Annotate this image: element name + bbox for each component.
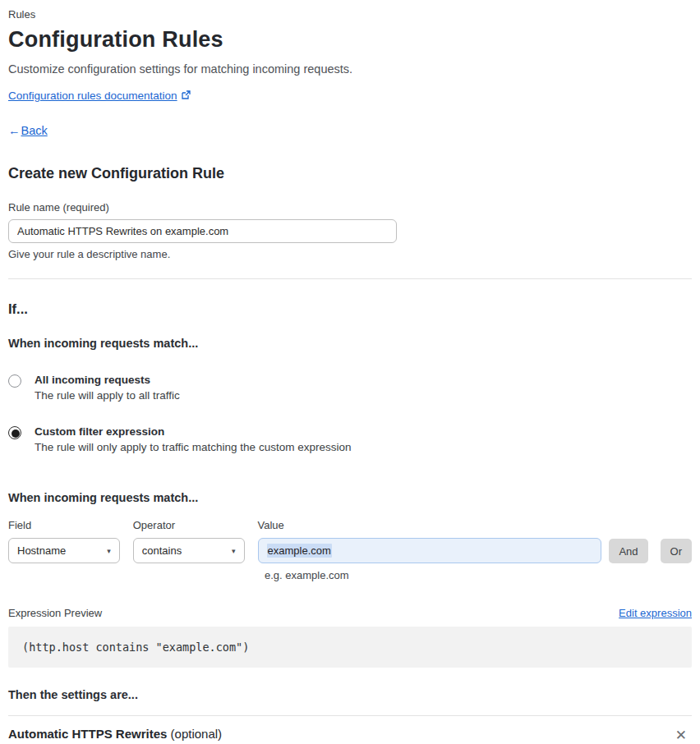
- when-match-heading-2: When incoming requests match...: [8, 491, 692, 504]
- page-subtitle: Customize configuration settings for mat…: [8, 62, 692, 76]
- radio-button-icon[interactable]: [8, 374, 21, 388]
- when-match-heading: When incoming requests match...: [8, 337, 692, 350]
- or-button[interactable]: Or: [661, 539, 692, 563]
- external-link-icon: [181, 89, 191, 103]
- field-label: Field: [8, 519, 120, 531]
- edit-expression-link[interactable]: Edit expression: [619, 607, 692, 619]
- documentation-link[interactable]: Configuration rules documentation: [8, 90, 177, 102]
- chevron-down-icon: ▾: [232, 547, 236, 555]
- rule-name-input[interactable]: [8, 219, 397, 243]
- radio-custom-filter-expression[interactable]: Custom filter expression The rule will o…: [8, 425, 692, 453]
- radio-option-label: Custom filter expression: [35, 425, 351, 438]
- expression-preview-label: Expression Preview: [8, 607, 102, 619]
- rule-name-label: Rule name (required): [8, 201, 692, 214]
- radio-button-icon[interactable]: [8, 426, 21, 439]
- radio-option-description: The rule will apply to all traffic: [35, 389, 180, 402]
- and-button[interactable]: And: [609, 539, 647, 563]
- match-type-radio-group: All incoming requests The rule will appl…: [8, 374, 692, 453]
- operator-select-value: contains: [142, 544, 182, 557]
- back-link[interactable]: Back: [21, 124, 48, 137]
- chevron-down-icon: ▾: [107, 547, 111, 555]
- value-input[interactable]: example.com: [258, 538, 602, 563]
- rule-name-helper: Give your rule a descriptive name.: [8, 248, 692, 260]
- expression-builder: When incoming requests match... Field Ho…: [8, 491, 692, 581]
- value-input-text: example.com: [267, 544, 332, 558]
- setting-title: Automatic HTTPS Rewrites (optional): [8, 727, 222, 741]
- radio-option-label: All incoming requests: [35, 374, 180, 386]
- close-icon[interactable]: ✕: [672, 727, 690, 744]
- section-divider: [8, 278, 692, 279]
- setting-automatic-https-rewrites: Automatic HTTPS Rewrites (optional) ✕ Tu…: [8, 727, 692, 744]
- then-settings-heading: Then the settings are...: [8, 688, 692, 701]
- page-title: Configuration Rules: [8, 27, 692, 53]
- back-arrow-icon: ←: [8, 124, 21, 137]
- field-select[interactable]: Hostname ▾: [8, 538, 120, 563]
- operator-label: Operator: [133, 519, 245, 531]
- field-select-value: Hostname: [17, 544, 66, 557]
- operator-select[interactable]: contains ▾: [133, 538, 245, 563]
- setting-title-bold: Automatic HTTPS Rewrites: [8, 727, 167, 741]
- setting-optional-label: (optional): [171, 727, 223, 741]
- expression-preview-code: (http.host contains "example.com"): [8, 627, 692, 668]
- radio-option-description: The rule will only apply to traffic matc…: [35, 441, 351, 453]
- configuration-rules-page: Rules Configuration Rules Customize conf…: [0, 0, 700, 744]
- value-helper: e.g. example.com: [265, 569, 692, 581]
- section-divider: [8, 715, 692, 716]
- value-label: Value: [258, 519, 602, 531]
- breadcrumb: Rules: [8, 8, 692, 21]
- radio-all-incoming-requests[interactable]: All incoming requests The rule will appl…: [8, 374, 692, 402]
- if-heading: If...: [8, 301, 692, 317]
- create-rule-heading: Create new Configuration Rule: [8, 165, 692, 182]
